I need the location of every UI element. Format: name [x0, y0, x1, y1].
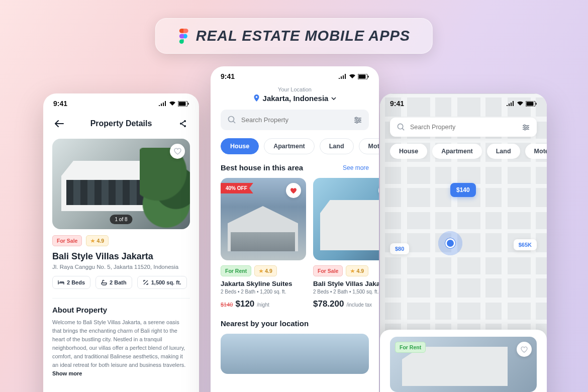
svg-point-18	[398, 124, 403, 129]
back-button[interactable]	[52, 117, 66, 131]
map-price-chip[interactable]: $80	[390, 243, 409, 254]
show-more-link[interactable]: Show more	[52, 370, 82, 376]
svg-rect-9	[368, 75, 369, 77]
screen-map: 9:41 House Apartment Land Motels $140 $8…	[380, 93, 547, 392]
status-time: 9:41	[53, 100, 67, 108]
spec-bath: 2 Bath	[95, 276, 132, 289]
chip-land[interactable]: Land	[487, 144, 520, 159]
rent-tag: For Rent	[395, 342, 426, 353]
property-card[interactable]: For Sale 4.9 Bali Style Villas Jakarta 2…	[313, 178, 379, 309]
card-row: 40% OFF For Rent 4.9 Jakarta Skyline Sui…	[221, 178, 379, 309]
status-icons	[507, 101, 537, 107]
svg-point-13	[358, 119, 360, 121]
rating-tag: 4.9	[86, 235, 109, 246]
favorite-button[interactable]	[170, 144, 185, 159]
card-sub: 2 Beds • 2 Bath • 1,200 sq. ft.	[221, 289, 306, 295]
screen-property-details: 9:41 Property Details 1 of 8 For Sale 4.…	[43, 93, 199, 392]
search-input[interactable]	[241, 116, 349, 124]
property-card[interactable]: 40% OFF For Rent 4.9 Jakarta Skyline Sui…	[221, 178, 306, 309]
share-button[interactable]	[176, 117, 190, 131]
search-icon	[397, 123, 405, 131]
divider	[52, 298, 190, 299]
rent-tag: For Rent	[221, 265, 251, 276]
category-chips: House Apartment Land Motels	[390, 144, 547, 159]
tag-row: For Sale 4.9	[52, 235, 190, 246]
chip-house[interactable]: House	[221, 138, 259, 154]
section-header: Best house in this area See more	[221, 163, 369, 172]
property-card-preview[interactable]	[221, 334, 369, 374]
discount-ribbon: 40% OFF	[221, 183, 253, 193]
figma-icon	[178, 28, 189, 44]
search-icon	[228, 116, 236, 124]
filter-icon[interactable]	[354, 117, 362, 124]
card-title: Jakarta Skyline Suites	[221, 280, 306, 287]
svg-point-5	[180, 123, 182, 125]
svg-point-11	[229, 117, 234, 122]
card-sub: 2 Beds • 2 Bath • 1,500 sq. ft.	[313, 289, 379, 295]
svg-point-21	[524, 128, 526, 130]
status-time: 9:41	[221, 72, 235, 80]
card-image: 40% OFF	[221, 178, 306, 260]
svg-rect-16	[527, 102, 534, 106]
header: Property Details	[43, 112, 199, 136]
current-location-dot	[436, 229, 464, 257]
status-icons	[339, 74, 369, 79]
status-bar: 9:41	[380, 93, 547, 112]
card-image: For Rent	[390, 337, 537, 392]
svg-rect-2	[179, 102, 186, 106]
banner: REAL ESTATE MOBILE APPS	[155, 18, 433, 54]
favorite-button[interactable]	[286, 183, 301, 198]
filter-icon[interactable]	[522, 124, 530, 131]
favorite-button[interactable]	[378, 183, 379, 198]
search-bar[interactable]	[390, 118, 537, 137]
chip-motels[interactable]: Motels	[525, 144, 547, 159]
rating-tag: 4.9	[346, 265, 368, 276]
location-selector[interactable]: Jakarta, Indonesia	[211, 94, 379, 103]
page-title: Property Details	[90, 119, 152, 128]
about-body: Welcome to Bali Style Villas Jakarta, a …	[52, 318, 190, 378]
search-input[interactable]	[410, 124, 517, 131]
svg-rect-8	[359, 74, 366, 78]
property-address: Jl. Raya Canggu No. 5, Jakarta 11520, In…	[52, 264, 190, 270]
map-price-chip[interactable]: $65K	[514, 239, 537, 250]
hero-image[interactable]: 1 of 8	[52, 139, 190, 229]
svg-point-10	[255, 96, 257, 98]
svg-rect-3	[188, 103, 189, 105]
screen-home: 9:41 Your Location Jakarta, Indonesia Ho…	[211, 66, 379, 392]
section-title: Best house in this area	[221, 163, 303, 172]
map-price-pin[interactable]: $140	[450, 183, 476, 197]
card-title: Bali Style Villas Jakarta	[313, 280, 379, 287]
about-heading: About Property	[52, 306, 190, 314]
svg-point-6	[184, 125, 186, 127]
chip-house[interactable]: House	[390, 144, 427, 159]
favorite-button[interactable]	[517, 342, 532, 357]
spec-row: 2 Beds 2 Bath 1,500 sq. ft.	[52, 276, 190, 289]
banner-title: REAL ESTATE MOBILE APPS	[196, 28, 410, 44]
section-title: Nearest by your location	[221, 319, 309, 328]
rating-tag: 4.9	[254, 265, 277, 276]
status-bar: 9:41	[43, 93, 199, 112]
section-header-2: Nearest by your location	[221, 319, 369, 328]
property-title: Bali Style Villas Jakarta	[52, 251, 190, 262]
status-icons	[159, 101, 189, 107]
chip-motels[interactable]: Motels	[359, 138, 379, 154]
see-more-link[interactable]: See more	[343, 164, 369, 171]
category-chips: House Apartment Land Motels	[221, 138, 379, 154]
pin-icon	[253, 94, 260, 102]
chip-apartment[interactable]: Apartment	[432, 144, 482, 159]
svg-point-12	[355, 117, 357, 119]
card-image	[313, 178, 379, 260]
chevron-down-icon	[331, 97, 336, 100]
chip-apartment[interactable]: Apartment	[264, 138, 315, 154]
svg-point-20	[527, 126, 528, 128]
spec-area: 1,500 sq. ft.	[137, 276, 187, 289]
map-result-card[interactable]: For Rent Family-Friendly Apartments 3 Be…	[380, 330, 547, 392]
price-unit: /night	[257, 302, 269, 308]
chip-land[interactable]: Land	[320, 138, 354, 154]
price-unit: /include tax	[346, 302, 372, 308]
status-time: 9:41	[390, 100, 404, 108]
svg-point-4	[184, 120, 186, 122]
price: $78.200	[313, 299, 344, 309]
search-bar[interactable]	[221, 110, 369, 130]
price: $120	[235, 299, 254, 309]
